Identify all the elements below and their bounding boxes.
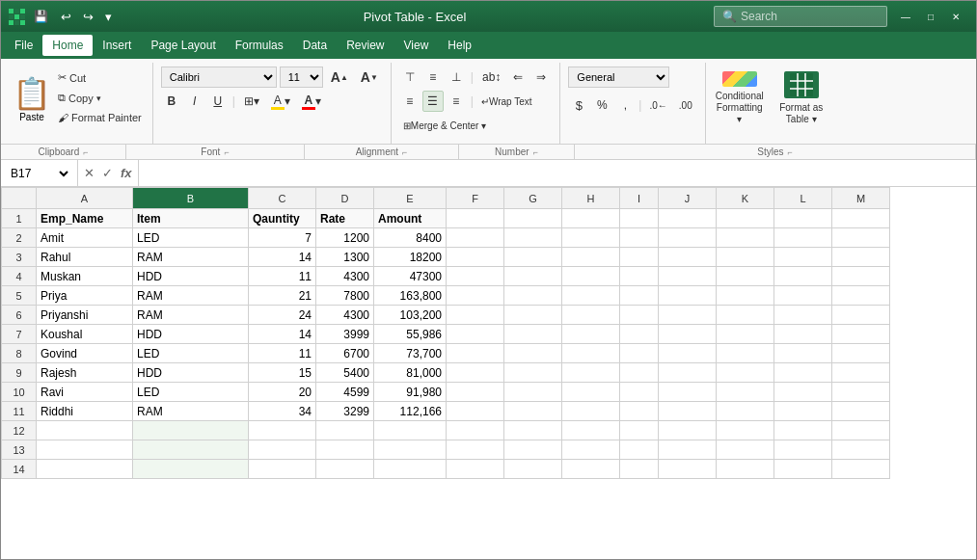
cell-K1[interactable] — [717, 209, 774, 228]
cell-B14[interactable] — [133, 460, 249, 479]
menu-file[interactable]: File — [5, 35, 42, 56]
cell-I11[interactable] — [620, 402, 659, 421]
cell-I7[interactable] — [620, 325, 659, 344]
cell-A6[interactable]: Priyanshi — [37, 306, 133, 325]
cell-D6[interactable]: 4300 — [316, 306, 374, 325]
cell-L11[interactable] — [774, 402, 832, 421]
cell-C7[interactable]: 14 — [249, 325, 316, 344]
cell-L8[interactable] — [774, 344, 832, 363]
cell-F6[interactable] — [447, 306, 504, 325]
col-header-B[interactable]: B — [133, 188, 249, 209]
menu-review[interactable]: Review — [337, 35, 394, 56]
cell-G12[interactable] — [504, 421, 562, 440]
cell-M13[interactable] — [832, 440, 890, 460]
cell-B1[interactable]: Item — [133, 209, 249, 228]
cell-F2[interactable] — [447, 228, 504, 248]
cell-M3[interactable] — [832, 248, 890, 267]
number-format-select[interactable]: General — [568, 67, 669, 88]
cancel-formula-button[interactable]: ✕ — [82, 164, 96, 182]
cell-G7[interactable] — [504, 325, 562, 344]
cell-F9[interactable] — [447, 363, 504, 383]
cell-H5[interactable] — [562, 286, 620, 306]
cell-H6[interactable] — [562, 306, 620, 325]
row-num-6[interactable]: 6 — [2, 306, 37, 325]
cell-F11[interactable] — [447, 402, 504, 421]
copy-button[interactable]: ⧉ Copy ▾ — [53, 89, 147, 107]
search-input[interactable] — [741, 10, 876, 23]
format-painter-button[interactable]: 🖌 Format Painter — [53, 109, 147, 126]
indent-less-button[interactable]: ⇐ — [507, 67, 529, 88]
col-header-G[interactable]: G — [504, 188, 562, 209]
cell-D1[interactable]: Rate — [316, 209, 374, 228]
wrap-text-button[interactable]: ↵ Wrap Text — [477, 91, 536, 112]
cell-H3[interactable] — [562, 248, 620, 267]
increase-decimal-button[interactable]: .00 — [674, 94, 697, 116]
redo-button[interactable]: ↪ — [79, 8, 97, 26]
format-as-table-button[interactable]: Format asTable ▾ — [773, 67, 829, 130]
cell-L7[interactable] — [774, 325, 832, 344]
cell-C14[interactable] — [249, 460, 316, 479]
cell-A2[interactable]: Amit — [37, 228, 133, 248]
cell-K11[interactable] — [717, 402, 774, 421]
cell-K12[interactable] — [717, 421, 774, 440]
cell-I8[interactable] — [620, 344, 659, 363]
cell-D11[interactable]: 3299 — [316, 402, 374, 421]
borders-button[interactable]: ⊞▾ — [239, 91, 264, 112]
cell-G5[interactable] — [504, 286, 562, 306]
cell-J8[interactable] — [659, 344, 717, 363]
percent-button[interactable]: % — [591, 94, 612, 116]
cell-H1[interactable] — [562, 209, 620, 228]
col-header-M[interactable]: M — [832, 188, 890, 209]
conditional-formatting-button[interactable]: ConditionalFormatting ▾ — [712, 67, 768, 130]
decrease-decimal-button[interactable]: .0← — [644, 94, 671, 116]
cell-H2[interactable] — [562, 228, 620, 248]
bold-button[interactable]: B — [161, 91, 182, 112]
cell-B10[interactable]: LED — [133, 383, 249, 402]
insert-function-button[interactable]: fx — [119, 164, 134, 182]
cell-E1[interactable]: Amount — [374, 209, 447, 228]
cell-J7[interactable] — [659, 325, 717, 344]
cell-I13[interactable] — [620, 440, 659, 460]
cell-D8[interactable]: 6700 — [316, 344, 374, 363]
cell-M12[interactable] — [832, 421, 890, 440]
cell-K7[interactable] — [717, 325, 774, 344]
cell-A10[interactable]: Ravi — [37, 383, 133, 402]
cell-H12[interactable] — [562, 421, 620, 440]
cell-I1[interactable] — [620, 209, 659, 228]
comma-button[interactable]: , — [614, 94, 636, 116]
cell-E9[interactable]: 81,000 — [374, 363, 447, 383]
cell-B13[interactable] — [133, 440, 249, 460]
col-header-I[interactable]: I — [620, 188, 659, 209]
cell-reference-box[interactable]: B17 — [1, 160, 78, 186]
cell-H10[interactable] — [562, 383, 620, 402]
cell-E3[interactable]: 18200 — [374, 248, 447, 267]
menu-page-layout[interactable]: Page Layout — [141, 35, 225, 56]
italic-button[interactable]: I — [184, 91, 205, 112]
cell-L13[interactable] — [774, 440, 832, 460]
cell-J5[interactable] — [659, 286, 717, 306]
row-num-7[interactable]: 7 — [2, 325, 37, 344]
cell-M10[interactable] — [832, 383, 890, 402]
cell-H8[interactable] — [562, 344, 620, 363]
customize-qat-button[interactable]: ▾ — [101, 8, 116, 26]
cell-A4[interactable]: Muskan — [37, 267, 133, 286]
search-box[interactable]: 🔍 — [714, 6, 887, 27]
underline-button[interactable]: U — [207, 91, 229, 112]
indent-more-button[interactable]: ⇒ — [530, 67, 552, 88]
cell-K5[interactable] — [717, 286, 774, 306]
cell-E12[interactable] — [374, 421, 447, 440]
cell-D3[interactable]: 1300 — [316, 248, 374, 267]
cell-I9[interactable] — [620, 363, 659, 383]
cell-M9[interactable] — [832, 363, 890, 383]
cut-button[interactable]: ✂ Cut — [53, 68, 147, 87]
cell-M5[interactable] — [832, 286, 890, 306]
cell-B4[interactable]: HDD — [133, 267, 249, 286]
cell-D7[interactable]: 3999 — [316, 325, 374, 344]
align-left-button[interactable]: ≡ — [399, 91, 421, 112]
cell-B9[interactable]: HDD — [133, 363, 249, 383]
cell-A7[interactable]: Koushal — [37, 325, 133, 344]
col-header-K[interactable]: K — [717, 188, 774, 209]
cell-G1[interactable] — [504, 209, 562, 228]
row-num-13[interactable]: 13 — [2, 440, 37, 460]
cell-G11[interactable] — [504, 402, 562, 421]
